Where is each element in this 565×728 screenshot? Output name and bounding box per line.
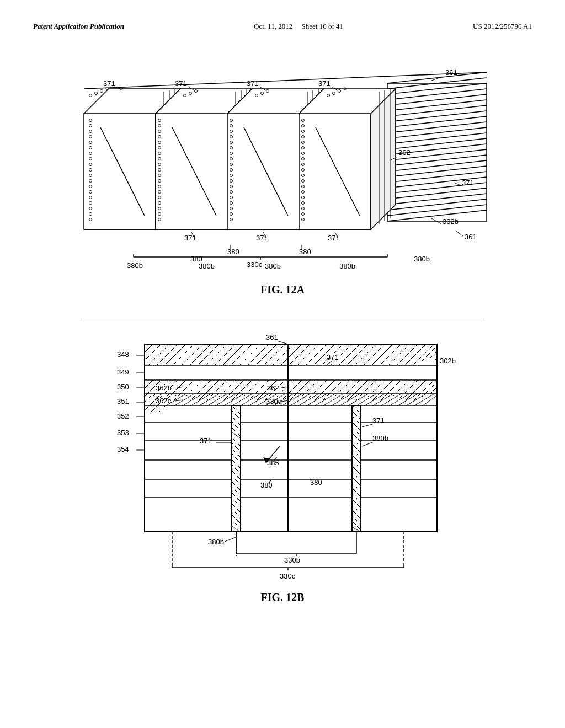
label-380b-3: 380b <box>265 262 281 270</box>
svg-line-23 <box>387 199 487 210</box>
header-date-sheet: Oct. 11, 2012 Sheet 10 of 41 <box>254 22 343 31</box>
label-371-2: 371 <box>175 79 187 88</box>
label-330d: 330d <box>266 397 282 405</box>
page: Patent Application Publication Oct. 11, … <box>0 0 565 728</box>
header-sheet: Sheet 10 of 41 <box>302 22 343 30</box>
svg-line-2 <box>387 83 487 94</box>
figure-12b-area: 361 371 302b 348 349 350 351 352 <box>33 328 532 613</box>
label-380b-1: 380b <box>127 261 143 270</box>
label-380b-12b-right: 380b <box>372 434 388 442</box>
label-302b: 302b <box>443 217 459 226</box>
label-371-4: 371 <box>318 79 331 88</box>
svg-line-12 <box>387 138 487 149</box>
svg-line-10 <box>387 127 487 138</box>
svg-point-51 <box>100 90 103 93</box>
label-361-12b: 361 <box>266 333 278 341</box>
svg-line-7 <box>387 111 487 122</box>
header-publication-label: Patent Application Publication <box>33 22 124 31</box>
svg-rect-292 <box>232 406 241 532</box>
fig-12b-label: FIG. 12B <box>33 591 532 604</box>
svg-line-149 <box>84 72 487 89</box>
svg-rect-316 <box>352 406 361 532</box>
svg-line-24 <box>387 205 487 216</box>
label-380-12b-left: 380 <box>260 481 273 489</box>
label-380-2: 380 <box>299 248 311 256</box>
svg-rect-27 <box>84 114 156 229</box>
svg-line-21 <box>387 188 487 199</box>
svg-line-164 <box>454 183 461 185</box>
header-patent-number: US 2012/256796 A1 <box>473 22 532 31</box>
figure-12a-area: 361 371 371 371 371 371 371 371 <box>33 42 532 305</box>
label-351: 351 <box>117 397 129 405</box>
svg-line-25 <box>387 210 487 221</box>
svg-line-22 <box>387 194 487 205</box>
label-330c-12b: 330c <box>280 572 296 580</box>
label-380b-12b-bottom: 380b <box>208 538 224 546</box>
svg-line-6 <box>387 105 487 116</box>
label-361-top: 361 <box>445 68 457 77</box>
label-348: 348 <box>117 350 129 358</box>
label-349: 349 <box>117 368 129 376</box>
label-353: 353 <box>117 429 129 437</box>
label-371-12b-right: 371 <box>372 416 385 425</box>
label-380-1: 380 <box>227 248 239 256</box>
svg-rect-118 <box>299 114 371 229</box>
label-380b-2b: 380b <box>199 262 215 270</box>
label-352: 352 <box>117 412 129 420</box>
label-371-below-1: 371 <box>184 234 196 242</box>
label-371-below-2: 371 <box>256 234 268 242</box>
label-371-12b-left: 371 <box>200 437 212 445</box>
label-354: 354 <box>117 445 129 453</box>
panel-4 <box>299 88 396 229</box>
svg-rect-169 <box>145 344 437 532</box>
label-385: 385 <box>267 459 279 467</box>
svg-line-16 <box>387 160 487 172</box>
label-380b-4: 380b <box>339 262 355 270</box>
svg-rect-88 <box>227 114 299 229</box>
label-330b: 330b <box>284 556 300 564</box>
label-362-12b: 362 <box>267 384 279 392</box>
svg-rect-58 <box>156 114 227 229</box>
svg-line-3 <box>387 89 487 100</box>
svg-line-5 <box>387 100 487 111</box>
label-380b-right: 380b <box>414 255 430 263</box>
label-371-below-3: 371 <box>328 234 340 242</box>
svg-line-15 <box>387 155 487 166</box>
svg-line-11 <box>387 133 487 144</box>
svg-point-49 <box>89 94 92 97</box>
label-371-right: 371 <box>462 179 474 187</box>
svg-point-50 <box>95 92 98 95</box>
page-header: Patent Application Publication Oct. 11, … <box>33 22 532 31</box>
page-content: 361 371 371 371 371 371 371 371 <box>33 42 532 618</box>
label-362b: 362b <box>156 384 172 392</box>
svg-line-168 <box>456 231 463 237</box>
label-371-1: 371 <box>103 79 115 88</box>
svg-line-4 <box>387 94 487 105</box>
label-361-bottom: 361 <box>465 233 477 241</box>
header-date: Oct. 11, 2012 <box>254 22 292 30</box>
label-330c: 330c <box>247 260 263 269</box>
svg-marker-120 <box>371 89 396 229</box>
label-362: 362 <box>398 148 411 157</box>
figure-12b-svg: 361 371 302b 348 349 350 351 352 <box>73 328 492 587</box>
figure-12a-svg: 361 371 371 371 371 371 371 371 <box>45 42 520 279</box>
label-350: 350 <box>117 383 129 391</box>
svg-line-17 <box>387 166 487 177</box>
svg-line-376 <box>225 537 236 542</box>
section-divider <box>83 319 482 319</box>
label-302b-12b: 302b <box>440 357 456 365</box>
svg-line-8 <box>387 116 487 127</box>
right-panel-stack <box>387 72 487 221</box>
fig-12a-label: FIG. 12A <box>33 283 532 296</box>
label-380-12b-right: 380 <box>310 478 322 486</box>
label-371-3: 371 <box>247 79 259 88</box>
svg-line-9 <box>387 122 487 133</box>
label-362c: 362c <box>156 397 172 405</box>
label-371-12b-top: 371 <box>327 353 339 361</box>
